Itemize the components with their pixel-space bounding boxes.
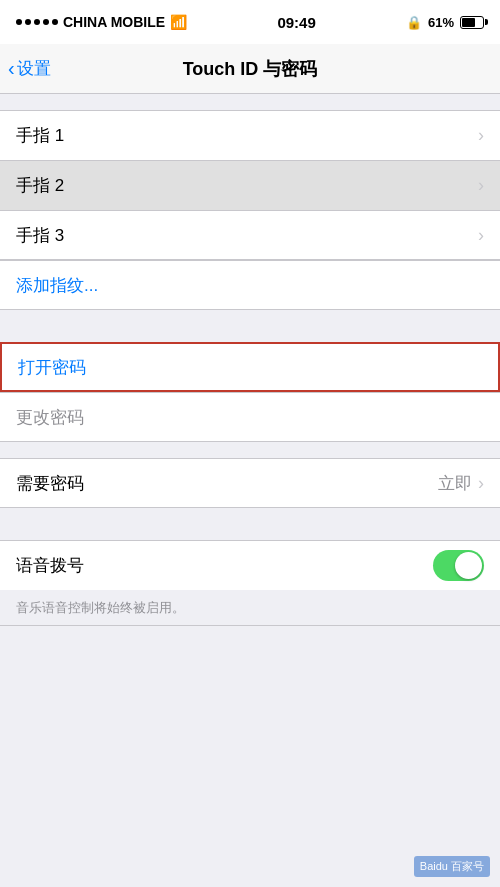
voice-dial-toggle[interactable] bbox=[433, 550, 484, 581]
require-passcode-value: 立即 bbox=[438, 472, 472, 495]
finger-1-item[interactable]: 手指 1 › bbox=[0, 110, 500, 160]
add-fingerprint-label: 添加指纹... bbox=[16, 274, 98, 297]
require-passcode-chevron-icon: › bbox=[478, 473, 484, 494]
require-passcode-value-group: 立即 › bbox=[438, 472, 484, 495]
change-passcode-label: 更改密码 bbox=[16, 406, 84, 429]
passcode-section: 打开密码 更改密码 bbox=[0, 342, 500, 442]
voice-section: 语音拨号 音乐语音控制将始终被启用。 bbox=[0, 540, 500, 626]
section-gap-1 bbox=[0, 326, 500, 342]
finger-2-label: 手指 2 bbox=[16, 174, 64, 197]
signal-icon bbox=[16, 19, 58, 25]
section-gap-2 bbox=[0, 442, 500, 458]
require-passcode-item[interactable]: 需要密码 立即 › bbox=[0, 458, 500, 508]
watermark: Baidu 百家号 bbox=[414, 856, 490, 877]
voice-dial-item[interactable]: 语音拨号 bbox=[0, 540, 500, 590]
finger-section: 手指 1 › 手指 2 › 手指 3 › bbox=[0, 110, 500, 260]
carrier-label: CHINA MOBILE bbox=[63, 14, 165, 30]
require-passcode-section: 需要密码 立即 › bbox=[0, 458, 500, 508]
add-fingerprint-section: 添加指纹... bbox=[0, 260, 500, 310]
time-label: 09:49 bbox=[277, 14, 315, 31]
wifi-icon: 📶 bbox=[170, 14, 187, 30]
require-passcode-label: 需要密码 bbox=[16, 472, 84, 495]
finger-2-item[interactable]: 手指 2 › bbox=[0, 160, 500, 210]
finger-3-label: 手指 3 bbox=[16, 224, 64, 247]
top-gap bbox=[0, 94, 500, 110]
change-passcode-item[interactable]: 更改密码 bbox=[0, 392, 500, 442]
battery-label: 61% bbox=[428, 15, 454, 30]
open-passcode-item[interactable]: 打开密码 bbox=[0, 342, 500, 392]
finger-2-chevron-icon: › bbox=[478, 175, 484, 196]
finger-1-chevron-icon: › bbox=[478, 125, 484, 146]
finger-3-item[interactable]: 手指 3 › bbox=[0, 210, 500, 260]
section-gap-3 bbox=[0, 524, 500, 540]
status-right: 🔒 61% bbox=[406, 15, 484, 30]
voice-helper-item: 音乐语音控制将始终被启用。 bbox=[0, 590, 500, 626]
lock-icon: 🔒 bbox=[406, 15, 422, 30]
nav-bar: ‹ 设置 Touch ID 与密码 bbox=[0, 44, 500, 94]
status-left: CHINA MOBILE 📶 bbox=[16, 14, 187, 30]
voice-dial-label: 语音拨号 bbox=[16, 554, 84, 577]
open-passcode-label: 打开密码 bbox=[18, 356, 86, 379]
back-button[interactable]: ‹ 设置 bbox=[8, 57, 51, 80]
page-title: Touch ID 与密码 bbox=[183, 57, 318, 81]
toggle-thumb bbox=[455, 552, 482, 579]
battery-icon bbox=[460, 16, 484, 29]
status-bar: CHINA MOBILE 📶 09:49 🔒 61% bbox=[0, 0, 500, 44]
finger-3-chevron-icon: › bbox=[478, 225, 484, 246]
voice-helper-text: 音乐语音控制将始终被启用。 bbox=[16, 599, 185, 617]
back-chevron-icon: ‹ bbox=[8, 58, 15, 78]
back-label: 设置 bbox=[17, 57, 51, 80]
add-fingerprint-item[interactable]: 添加指纹... bbox=[0, 260, 500, 310]
finger-1-label: 手指 1 bbox=[16, 124, 64, 147]
